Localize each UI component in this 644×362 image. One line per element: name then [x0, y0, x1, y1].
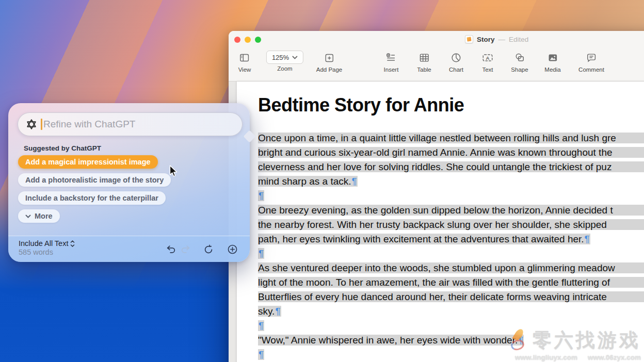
word-count: 585 words — [19, 248, 75, 256]
document-text-line[interactable]: cleverness and her love for solving ridd… — [258, 160, 644, 174]
zoom-value: 125% — [272, 54, 289, 61]
document-heading[interactable]: Bedtime Story for Annie — [258, 94, 644, 117]
document-page[interactable]: Bedtime Story for Annie Once upon a time… — [237, 81, 644, 362]
chatgpt-panel: Suggested by ChatGPT Add a magical impre… — [8, 103, 250, 262]
mouse-cursor — [168, 165, 179, 179]
table-button[interactable]: Table — [417, 51, 431, 73]
document-text-line[interactable]: Butterflies of every hue danced around h… — [258, 290, 644, 304]
add-page-button[interactable]: Add Page — [316, 51, 343, 73]
chart-button[interactable]: Chart — [449, 51, 463, 73]
pilcrow-mark: ¶ — [584, 234, 590, 244]
include-all-text-selector[interactable]: Include All Text — [19, 239, 75, 248]
toolbar: View 125% Zoom Add Page Insert T — [229, 48, 644, 81]
suggestion-backstory[interactable]: Include a backstory for the caterpillar — [18, 191, 166, 205]
document-text-line[interactable]: Once upon a time, in a quaint little vil… — [258, 131, 644, 145]
document-text-line[interactable]: One breezy evening, as the golden sun di… — [258, 203, 644, 218]
add-page-icon — [324, 51, 334, 65]
view-icon — [239, 51, 250, 65]
suggestion-list: Add a magical impressionist image Add a … — [18, 155, 171, 223]
edited-status: Edited — [509, 36, 528, 43]
text-button[interactable]: A Text — [481, 51, 494, 73]
comment-button[interactable]: Comment — [578, 51, 604, 73]
document-lines: Once upon a time, in a quaint little vil… — [258, 131, 644, 362]
add-button[interactable] — [226, 243, 238, 256]
view-button[interactable]: View — [238, 51, 251, 73]
shape-icon — [514, 51, 525, 65]
svg-text:A: A — [486, 55, 490, 61]
chevron-down-icon — [25, 215, 31, 218]
document-blank-line[interactable]: ¶ — [258, 189, 644, 203]
suggestion-magical-image[interactable]: Add a magical impressionist image — [18, 155, 158, 169]
document-text-line[interactable]: As she ventured deeper into the woods, s… — [258, 261, 644, 275]
document-title-text: Story — [477, 36, 495, 43]
panel-footer: Include All Text 585 words — [8, 236, 250, 262]
insert-button[interactable]: Insert — [384, 51, 399, 73]
comment-icon — [586, 51, 597, 65]
pilcrow-mark: ¶ — [258, 320, 264, 331]
pilcrow-mark: ¶ — [351, 176, 358, 187]
suggestion-photorealistic-image[interactable]: Add a photorealistic image of the story — [18, 173, 171, 187]
chevron-down-icon — [292, 56, 298, 59]
regenerate-button[interactable] — [202, 243, 215, 256]
document-blank-line[interactable]: ¶ — [258, 348, 644, 362]
zoom-dropdown[interactable]: 125% — [266, 51, 303, 64]
document-text-line[interactable]: sky.¶ — [258, 304, 644, 319]
pages-window: Story — Edited View 125% Zoom Add Page — [229, 31, 644, 362]
document-text-line[interactable]: bright and curious six-year-old girl nam… — [258, 145, 644, 160]
media-icon — [547, 51, 558, 65]
insert-icon — [385, 51, 397, 65]
up-down-chevrons-icon — [70, 240, 75, 247]
fullscreen-button[interactable] — [255, 37, 261, 43]
refine-input-wrap[interactable] — [18, 112, 243, 136]
openai-logo-icon — [25, 118, 38, 130]
document-text-line[interactable]: the nearby forest. With her trusty backp… — [258, 218, 644, 232]
shape-button[interactable]: Shape — [511, 51, 528, 73]
document-blank-line[interactable]: ¶ — [258, 246, 644, 261]
pilcrow-mark: ¶ — [258, 248, 264, 259]
pilcrow-mark: ¶ — [258, 349, 264, 360]
redo-button[interactable] — [179, 243, 191, 256]
zoom-control[interactable]: 125% Zoom — [266, 51, 303, 72]
pilcrow-mark: ¶ — [518, 335, 524, 345]
more-button[interactable]: More — [18, 209, 60, 223]
chart-icon — [450, 51, 462, 65]
window-title: Story — Edited — [465, 35, 528, 43]
suggested-by-label: Suggested by ChatGPT — [24, 144, 101, 152]
refine-input[interactable] — [43, 119, 235, 130]
window-titlebar[interactable]: Story — Edited — [229, 31, 644, 48]
traffic-lights — [234, 37, 261, 43]
minimize-button[interactable] — [245, 37, 251, 43]
media-button[interactable]: Media — [544, 51, 560, 73]
document-text-line[interactable]: path, her eyes twinkling with excitement… — [258, 232, 644, 246]
document-canvas: Bedtime Story for Annie Once upon a time… — [229, 81, 644, 362]
table-icon — [418, 51, 430, 65]
document-text-line[interactable]: light of the moon. To her amazement, the… — [258, 275, 644, 290]
pilcrow-mark: ¶ — [258, 190, 264, 201]
document-icon — [465, 35, 473, 43]
close-button[interactable] — [234, 37, 240, 43]
title-dash: — — [498, 36, 506, 43]
text-caret — [41, 119, 42, 130]
document-blank-line[interactable]: ¶ — [258, 319, 644, 333]
pilcrow-mark: ¶ — [275, 306, 281, 317]
text-box-icon: A — [481, 51, 494, 65]
document-text-line[interactable]: mind sharp as a tack.¶ — [258, 174, 644, 189]
document-text-line[interactable]: "Wow," Annie whispered in awe, her eyes … — [258, 333, 644, 348]
undo-button[interactable] — [165, 243, 178, 256]
